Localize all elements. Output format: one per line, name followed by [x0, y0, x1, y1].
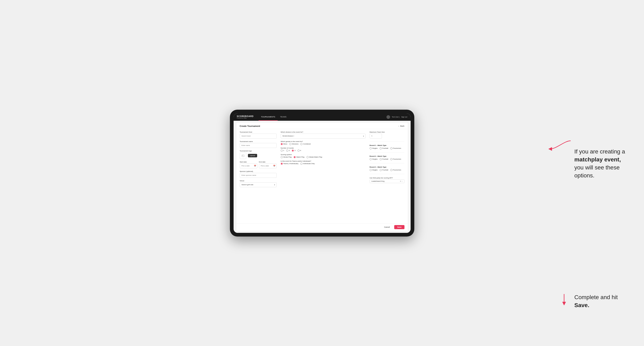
teams-individuals[interactable]: Individuals Only: [300, 163, 314, 165]
sign-out-link[interactable]: Sign out: [401, 116, 407, 118]
tournament-name-input[interactable]: [240, 143, 276, 148]
round1-singles[interactable]: Singles: [370, 147, 378, 149]
max-team-size-label: Maximum Team Size: [370, 131, 404, 133]
round2-singles[interactable]: Singles: [370, 158, 378, 160]
teams-individuals-label: Individuals Only: [303, 163, 314, 165]
teams-label: Is this event for Teams and/or Individua…: [281, 160, 366, 162]
round-4[interactable]: 4: [298, 150, 301, 152]
api-tag: Leaderboard King ✕ ›: [370, 179, 404, 183]
round-2-label: 2: [289, 150, 290, 152]
navbar-right: Test User | Sign out: [386, 115, 407, 119]
teams-teams-label: Teams (+Individuals): [284, 163, 298, 165]
gender-group: Which gender is the event for? Mens Wome…: [281, 141, 366, 145]
round2-foursomes[interactable]: Foursomes: [390, 158, 401, 160]
api-remove-button[interactable]: ✕ ›: [400, 180, 403, 182]
nav-tournaments[interactable]: TOURNAMENTS: [258, 113, 278, 121]
back-button[interactable]: ← Back: [398, 125, 404, 127]
max-team-size-group: Maximum Team Size: [370, 131, 404, 139]
logo-placeholder: [240, 153, 246, 159]
round1-foursomes-label: Foursomes: [393, 147, 401, 149]
start-date-wrap: 📅: [240, 164, 257, 169]
round-2[interactable]: 2: [286, 150, 290, 152]
round2-match-radio-group: Singles Fourball Foursomes: [370, 158, 404, 160]
annotation-right-text1: If you are creating a: [574, 148, 625, 155]
round3-fourball-label: Fourball: [382, 169, 388, 171]
teams-teams[interactable]: Teams (+Individuals): [281, 163, 298, 165]
rounds-label: Number of rounds: [281, 147, 366, 149]
teams-group: Is this event for Teams and/or Individua…: [281, 160, 366, 165]
round1-match-section: Round 1 - Match Type Singles Fourball: [370, 145, 404, 149]
svg-point-1: [242, 155, 243, 156]
scoring-radio-group: Stroke Play Match Play Medal Match Play: [281, 156, 366, 158]
round3-fourball[interactable]: Fourball: [380, 169, 388, 171]
sponsor-group: Sponsor (optional): [240, 171, 276, 178]
brand: SCOREBOARD Powered by clippit: [237, 115, 254, 119]
api-group: Use third-party live scoring API? Leader…: [370, 177, 404, 183]
gender-womens[interactable]: Womens: [289, 143, 298, 145]
venue-select[interactable]: Search golf club: [240, 182, 276, 187]
round2-match-section: Round 2 - Match Type Singles Fourball: [370, 155, 404, 160]
annotation-right-text2: you will see these options.: [574, 164, 620, 178]
round-3[interactable]: 3: [292, 150, 295, 152]
cancel-button[interactable]: Cancel: [381, 225, 392, 229]
annotation-bottom-bold: Save.: [574, 302, 589, 308]
division-select-wrapper: NCAA Division I: [281, 134, 366, 139]
api-label: Use third-party live scoring API?: [370, 177, 404, 179]
tournament-host-input[interactable]: [240, 134, 276, 139]
nav-teams[interactable]: TEAMS: [278, 113, 289, 121]
scoring-label: Scoring system: [281, 154, 366, 156]
round-1[interactable]: 1: [281, 150, 284, 152]
round-4-label: 4: [300, 150, 301, 152]
tournament-logo-label: Tournament logo: [240, 150, 276, 152]
round3-foursomes-label: Foursomes: [393, 169, 401, 171]
end-date-label: End date: [259, 161, 276, 163]
sponsor-label: Sponsor (optional): [240, 171, 276, 172]
gender-label: Which gender is the event for?: [281, 141, 366, 142]
round3-match-radio-group: Singles Fourball Foursomes: [370, 169, 404, 171]
end-date-wrap: 📅: [259, 164, 276, 169]
scoring-medal-label: Medal Match Play: [309, 156, 322, 158]
tournament-host-group: Tournament Host: [240, 131, 276, 139]
scoring-medal[interactable]: Medal Match Play: [306, 156, 322, 158]
end-date-field: End date 📅: [259, 161, 276, 169]
max-team-size-input[interactable]: [370, 134, 382, 139]
round2-fourball[interactable]: Fourball: [380, 158, 388, 160]
gender-mens[interactable]: Mens: [281, 143, 288, 145]
form-header: Create Tournament ← Back: [236, 123, 408, 129]
gender-combined[interactable]: Combined: [300, 143, 310, 145]
gender-combined-label: Combined: [303, 143, 310, 145]
venue-select-wrapper: Search golf club: [240, 182, 276, 187]
gender-radio-group: Mens Womens Combined: [281, 143, 366, 145]
api-value: Leaderboard King: [372, 180, 384, 182]
tablet-frame: SCOREBOARD Powered by clippit TOURNAMENT…: [230, 110, 414, 236]
tournament-name-label: Tournament name: [240, 141, 276, 142]
gender-womens-label: Womens: [292, 143, 298, 145]
round1-fourball[interactable]: Fourball: [380, 147, 388, 149]
upload-button[interactable]: Upload: [248, 154, 257, 157]
division-label: Which division is the event for?: [281, 131, 366, 133]
division-select[interactable]: NCAA Division I: [281, 134, 366, 139]
round1-match-label: Round 1 - Match Type: [370, 145, 404, 146]
col-right: Maximum Team Size Round 1 - Match Type S…: [370, 131, 404, 221]
tournament-host-label: Tournament Host: [240, 131, 276, 133]
scoring-stroke[interactable]: Stroke Play: [281, 156, 292, 158]
scoring-match[interactable]: Match Play: [294, 156, 304, 158]
gender-mens-label: Mens: [284, 143, 288, 145]
round3-singles[interactable]: Singles: [370, 169, 378, 171]
teams-radio-group: Teams (+Individuals) Individuals Only: [281, 163, 366, 165]
annotation-right: If you are creating a matchplay event, y…: [574, 147, 632, 179]
round3-foursomes[interactable]: Foursomes: [390, 169, 401, 171]
divider-3: [370, 163, 404, 163]
page-title: Create Tournament: [240, 125, 260, 127]
brand-subtitle: Powered by clippit: [237, 117, 254, 119]
round1-foursomes[interactable]: Foursomes: [390, 147, 401, 149]
annotation-bottom-right: Complete and hit Save.: [574, 293, 632, 309]
round-1-label: 1: [284, 150, 284, 152]
rounds-group: Number of rounds 1 2: [281, 147, 366, 152]
col-left: Tournament Host Tournament name Tourname…: [240, 131, 276, 221]
round3-match-section: Round 3 - Match Type Singles Fourball: [370, 166, 404, 171]
save-button[interactable]: Save: [394, 225, 404, 229]
sponsor-input[interactable]: [240, 173, 276, 178]
tournament-name-group: Tournament name: [240, 141, 276, 148]
scoring-match-label: Match Play: [296, 156, 304, 158]
